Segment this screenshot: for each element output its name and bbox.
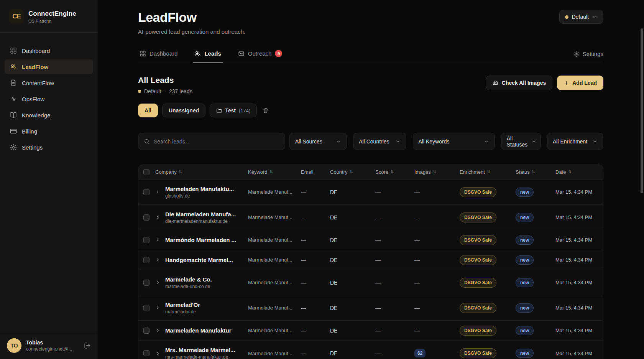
column-header-images[interactable]: Images⇅ xyxy=(414,169,460,175)
column-header-score[interactable]: Score⇅ xyxy=(375,169,414,175)
filter-dropdown-all-sources[interactable]: All Sources xyxy=(289,133,347,150)
user-box[interactable]: TO Tobias connectengine.net@... xyxy=(0,332,98,359)
company-name: Marmóndo Marmeladen ... xyxy=(165,237,248,243)
filter-dropdown-all-statuses[interactable]: All Statuses xyxy=(501,133,541,150)
enrichment-cell: DSGVO Safe xyxy=(460,212,516,222)
enrichment-cell: DSGVO Safe xyxy=(460,255,516,265)
book-icon xyxy=(10,112,17,119)
tab-leads[interactable]: Leads xyxy=(193,45,222,63)
sidebar-item-billing[interactable]: Billing xyxy=(5,124,93,138)
filter-dropdown-all-keywords[interactable]: All Keywords xyxy=(413,133,495,150)
chevron-right-icon[interactable] xyxy=(155,305,165,310)
status-badge: new xyxy=(516,303,534,313)
column-header-date[interactable]: Date⇅ xyxy=(555,169,603,175)
email-cell: — xyxy=(301,214,330,221)
company-cell: Marmeladen Manufaktur xyxy=(165,327,248,334)
date-cell: Mar 15, 4:34 PM xyxy=(555,237,603,243)
dropdown-label: All Enrichment xyxy=(553,138,587,145)
email-cell: — xyxy=(301,237,330,243)
row-checkbox[interactable] xyxy=(143,328,150,334)
column-header-enrichment[interactable]: Enrichment⇅ xyxy=(460,169,516,175)
mail-icon xyxy=(238,50,245,57)
enrichment-cell: DSGVO Safe xyxy=(460,187,516,197)
table-row[interactable]: Marmelad'Or marmelador.de Marmelade Manu… xyxy=(138,295,603,321)
company-name: Marmelad'Or xyxy=(165,301,248,308)
row-checkbox[interactable] xyxy=(143,257,150,263)
row-checkbox[interactable] xyxy=(143,237,150,243)
file-icon xyxy=(10,79,17,86)
chevron-down-icon xyxy=(592,139,598,144)
enrichment-badge: DSGVO Safe xyxy=(460,235,496,245)
tab-dashboard[interactable]: Dashboard xyxy=(138,45,179,63)
row-checkbox[interactable] xyxy=(143,305,150,311)
table-row[interactable]: Marmeladen Manufaktur Marmelade Manuf...… xyxy=(138,321,603,341)
chevron-right-icon[interactable] xyxy=(155,237,165,242)
chevron-right-icon[interactable] xyxy=(155,215,165,220)
images-cell: — xyxy=(414,214,460,221)
tab-outreach[interactable]: Outreach9 xyxy=(237,45,284,64)
chevron-right-icon[interactable] xyxy=(155,351,165,356)
sidebar-item-settings[interactable]: Settings xyxy=(5,140,93,155)
sidebar-item-dashboard[interactable]: Dashboard xyxy=(5,43,93,58)
row-checkbox[interactable] xyxy=(143,350,150,356)
email-cell: — xyxy=(301,305,330,311)
sidebar-item-opsflow[interactable]: OpsFlow xyxy=(5,92,93,106)
search-box[interactable] xyxy=(138,133,285,150)
window-scrollbar[interactable] xyxy=(641,28,643,193)
status-badge: new xyxy=(516,349,534,358)
search-input[interactable] xyxy=(154,138,279,145)
sort-icon: ⇅ xyxy=(269,170,273,175)
table-row[interactable]: Marmóndo Marmeladen ... Marmelade Manuf.… xyxy=(138,230,603,250)
enrichment-cell: DSGVO Safe xyxy=(460,235,516,245)
folder-icon xyxy=(216,108,222,114)
row-checkbox[interactable] xyxy=(143,280,150,286)
workspace-switcher[interactable]: Default xyxy=(559,10,603,24)
sidebar-item-knowledge[interactable]: Knowledge xyxy=(5,108,93,122)
status-cell: new xyxy=(516,188,555,197)
gear-icon xyxy=(10,144,17,151)
settings-link[interactable]: Settings xyxy=(573,51,603,58)
sidebar-item-label: ContentFlow xyxy=(22,80,54,86)
status-cell: new xyxy=(516,255,555,265)
table-row[interactable]: Die Marmeladen Manufa... die-marmeladenm… xyxy=(138,205,603,230)
select-all-checkbox[interactable] xyxy=(143,169,150,175)
chip-all[interactable]: All xyxy=(138,104,158,117)
column-header-company[interactable]: Company⇅ xyxy=(155,169,248,175)
search-icon xyxy=(144,138,150,145)
table-row[interactable]: Mrs. Marmelade Marmel... mrs-marmelade-m… xyxy=(138,341,603,359)
keyword-cell: Marmelade Manuf... xyxy=(248,257,301,263)
delete-segment-button[interactable] xyxy=(261,106,270,115)
check-all-images-button[interactable]: Check All Images xyxy=(486,76,552,90)
table-header: Company⇅Keyword⇅EmailCountry⇅Score⇅Image… xyxy=(138,165,603,180)
sort-icon: ⇅ xyxy=(532,170,535,175)
chip-test[interactable]: Test(174) xyxy=(210,104,257,117)
chevron-right-icon[interactable] xyxy=(155,328,165,333)
sidebar-item-contentflow[interactable]: ContentFlow xyxy=(5,76,93,90)
column-header-keyword[interactable]: Keyword⇅ xyxy=(248,169,301,175)
column-header-status[interactable]: Status⇅ xyxy=(516,169,555,175)
add-lead-button[interactable]: Add Lead xyxy=(557,76,603,90)
company-domain: glashoffs.de xyxy=(165,193,248,199)
chevron-right-icon[interactable] xyxy=(155,257,165,262)
sidebar-item-leadflow[interactable]: LeadFlow xyxy=(5,59,93,74)
date-cell: Mar 15, 4:34 PM xyxy=(555,280,603,285)
logout-icon[interactable] xyxy=(84,342,91,349)
chevron-right-icon[interactable] xyxy=(155,280,165,285)
dropdown-label: All Sources xyxy=(295,138,322,145)
chip-label: Test xyxy=(225,107,236,114)
filter-dropdown-all-countries[interactable]: All Countries xyxy=(353,133,406,150)
table-row[interactable]: Marmeladen Manufaktu... glashoffs.de Mar… xyxy=(138,180,603,205)
status-badge: new xyxy=(516,326,534,335)
filter-dropdown-all-enrichment[interactable]: All Enrichment xyxy=(547,133,603,150)
table-row[interactable]: Handgemachte Marmel... Marmelade Manuf..… xyxy=(138,250,603,270)
chevron-right-icon[interactable] xyxy=(155,189,165,194)
enrichment-badge: DSGVO Safe xyxy=(460,212,496,222)
chip-unassigned[interactable]: Unassigned xyxy=(162,104,205,117)
score-cell: — xyxy=(375,257,414,263)
tab-label: Outreach xyxy=(248,50,272,57)
row-checkbox[interactable] xyxy=(143,189,150,195)
column-header-email[interactable]: Email xyxy=(301,169,330,175)
table-row[interactable]: Marmelade & Co. marmelade-und-co.de Marm… xyxy=(138,270,603,295)
row-checkbox[interactable] xyxy=(143,214,150,221)
column-header-country[interactable]: Country⇅ xyxy=(330,169,375,175)
